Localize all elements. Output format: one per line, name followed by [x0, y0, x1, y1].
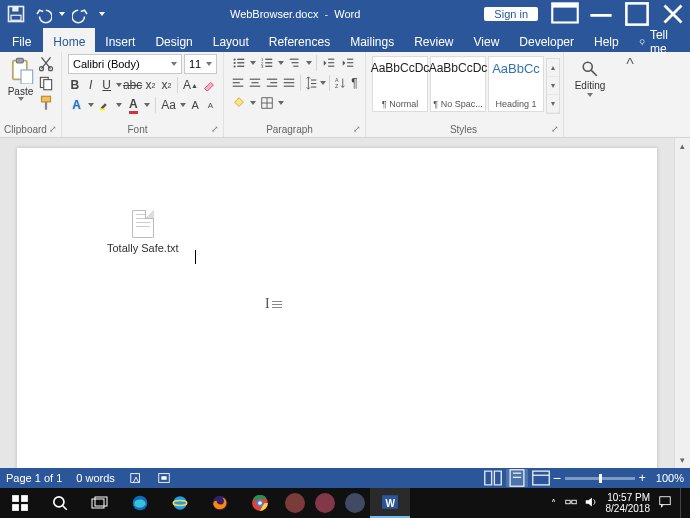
- underline-button[interactable]: U: [100, 76, 114, 94]
- line-spacing-icon[interactable]: [303, 74, 319, 92]
- collapse-ribbon-icon[interactable]: ^: [616, 52, 644, 137]
- clear-formatting-icon[interactable]: [201, 76, 217, 94]
- tab-help[interactable]: Help: [584, 28, 629, 52]
- sort-icon[interactable]: AZ: [333, 74, 349, 92]
- taskbar-word-icon[interactable]: W: [370, 488, 410, 518]
- qat-customize-icon[interactable]: [98, 12, 106, 16]
- taskbar-contact-1[interactable]: [280, 488, 310, 518]
- grow-font-icon[interactable]: A▲: [182, 76, 199, 94]
- clipboard-launcher-icon[interactable]: ⤢: [47, 123, 59, 135]
- redo-icon[interactable]: [72, 4, 92, 24]
- underline-dropdown[interactable]: [116, 83, 122, 87]
- line-spacing-dropdown[interactable]: [320, 81, 326, 85]
- strikethrough-button[interactable]: abc: [124, 76, 142, 94]
- text-effects-dropdown[interactable]: [87, 103, 94, 107]
- close-icon[interactable]: [656, 0, 690, 28]
- paste-button[interactable]: Paste: [6, 54, 35, 112]
- save-icon[interactable]: [6, 4, 26, 24]
- zoom-slider[interactable]: [565, 477, 635, 480]
- tab-home[interactable]: Home: [43, 28, 95, 52]
- shading-icon[interactable]: [230, 94, 248, 112]
- clock[interactable]: 10:57 PM 8/24/2018: [606, 492, 651, 514]
- embedded-object[interactable]: Totally Safe.txt: [107, 210, 179, 254]
- tray-overflow-icon[interactable]: ˄: [551, 498, 556, 509]
- font-launcher-icon[interactable]: ⤢: [209, 123, 221, 135]
- volume-icon[interactable]: [584, 495, 598, 511]
- tab-mailings[interactable]: Mailings: [340, 28, 404, 52]
- font-name-combo[interactable]: Calibri (Body): [68, 54, 182, 74]
- shading-dropdown[interactable]: [249, 101, 257, 105]
- style-normal[interactable]: AaBbCcDc ¶ Normal: [372, 56, 428, 112]
- superscript-button[interactable]: x2: [159, 76, 173, 94]
- increase-indent-icon[interactable]: [339, 54, 357, 72]
- vertical-scrollbar[interactable]: ▴ ▾: [674, 138, 690, 468]
- paragraph-launcher-icon[interactable]: ⤢: [351, 123, 363, 135]
- shrink-font-button[interactable]: A: [204, 96, 217, 114]
- bold-button[interactable]: B: [68, 76, 82, 94]
- page[interactable]: Totally Safe.txt I: [17, 148, 657, 468]
- format-painter-icon[interactable]: [37, 94, 55, 112]
- tell-me-search[interactable]: Tell me: [629, 28, 683, 52]
- page-number-status[interactable]: Page 1 of 1: [6, 472, 62, 484]
- align-left-icon[interactable]: [230, 74, 246, 92]
- align-right-icon[interactable]: [264, 74, 280, 92]
- font-color-dropdown[interactable]: [144, 103, 151, 107]
- bullets-dropdown[interactable]: [249, 61, 257, 65]
- grow-font-button[interactable]: A: [189, 96, 202, 114]
- multilevel-dropdown[interactable]: [305, 61, 313, 65]
- zoom-out-button[interactable]: −: [553, 470, 561, 486]
- taskbar-contact-3[interactable]: [340, 488, 370, 518]
- undo-icon[interactable]: [32, 4, 52, 24]
- numbering-dropdown[interactable]: [277, 61, 285, 65]
- font-size-combo[interactable]: 11: [184, 54, 217, 74]
- align-center-icon[interactable]: [247, 74, 263, 92]
- web-layout-icon[interactable]: [530, 469, 552, 487]
- italic-button[interactable]: I: [84, 76, 98, 94]
- subscript-button[interactable]: x2: [144, 76, 158, 94]
- start-button[interactable]: [0, 488, 40, 518]
- read-mode-icon[interactable]: [482, 469, 504, 487]
- text-effects-icon[interactable]: A: [68, 96, 85, 114]
- cut-icon[interactable]: [37, 54, 55, 72]
- highlight-dropdown[interactable]: [115, 103, 122, 107]
- bullets-icon[interactable]: [230, 54, 248, 72]
- change-case-dropdown[interactable]: [179, 103, 186, 107]
- tab-review[interactable]: Review: [404, 28, 463, 52]
- highlight-icon[interactable]: [96, 96, 113, 114]
- maximize-icon[interactable]: [620, 0, 654, 28]
- show-hide-pilcrow-icon[interactable]: ¶: [350, 74, 359, 92]
- tab-references[interactable]: References: [259, 28, 340, 52]
- style-no-spacing[interactable]: AaBbCcDc ¶ No Spac...: [430, 56, 486, 112]
- print-layout-icon[interactable]: [506, 469, 528, 487]
- paste-dropdown-icon[interactable]: [18, 97, 24, 101]
- font-color-icon[interactable]: A: [125, 96, 142, 114]
- taskbar-contact-2[interactable]: [310, 488, 340, 518]
- action-center-icon[interactable]: [658, 495, 672, 511]
- taskbar-edge-icon[interactable]: [120, 488, 160, 518]
- tab-view[interactable]: View: [464, 28, 510, 52]
- borders-dropdown[interactable]: [277, 101, 285, 105]
- undo-dropdown-icon[interactable]: [58, 12, 66, 16]
- macro-status-icon[interactable]: [157, 471, 171, 485]
- task-view-icon[interactable]: [80, 488, 120, 518]
- decrease-indent-icon[interactable]: [320, 54, 338, 72]
- copy-icon[interactable]: [37, 74, 55, 92]
- multilevel-list-icon[interactable]: [286, 54, 304, 72]
- ribbon-display-options-icon[interactable]: [548, 0, 582, 28]
- editing-button[interactable]: Editing: [575, 54, 606, 97]
- taskbar-ie-icon[interactable]: [160, 488, 200, 518]
- tab-design[interactable]: Design: [145, 28, 202, 52]
- minimize-icon[interactable]: [584, 0, 618, 28]
- style-heading1[interactable]: AaBbCc Heading 1: [488, 56, 544, 112]
- scroll-down-icon[interactable]: ▾: [675, 452, 690, 468]
- zoom-in-button[interactable]: +: [639, 471, 646, 485]
- styles-gallery-more[interactable]: ▴▾▾: [546, 58, 560, 114]
- change-case-icon[interactable]: Aa: [160, 96, 177, 114]
- tab-layout[interactable]: Layout: [203, 28, 259, 52]
- spellcheck-status-icon[interactable]: [129, 471, 143, 485]
- scroll-up-icon[interactable]: ▴: [675, 138, 690, 154]
- show-desktop-button[interactable]: [680, 488, 686, 518]
- tab-insert[interactable]: Insert: [95, 28, 145, 52]
- justify-icon[interactable]: [281, 74, 297, 92]
- tab-file[interactable]: File: [0, 28, 43, 52]
